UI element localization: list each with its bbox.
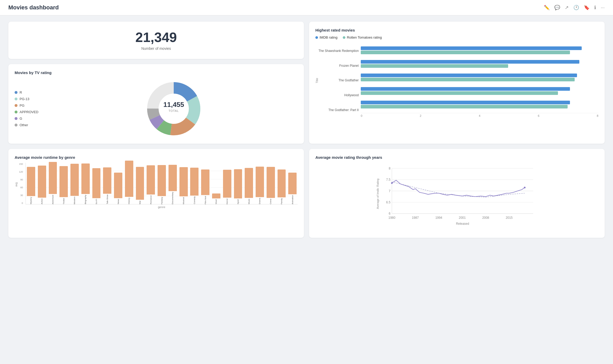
vbar-bar-11 xyxy=(147,165,155,195)
movie-label-0: The Shawshank Redemption xyxy=(318,46,359,56)
vbar-bar-20 xyxy=(245,168,253,198)
legend-dot-imdb xyxy=(315,36,318,39)
y-tick-30: 30 xyxy=(15,194,23,197)
vbar-bar-7 xyxy=(103,167,111,194)
svg-text:8: 8 xyxy=(389,167,390,170)
edit-icon[interactable]: ✏️ xyxy=(544,5,550,10)
vbar-col-23: Family xyxy=(277,169,287,204)
runtime-y-label: avg xyxy=(15,183,18,187)
vbar-bar-23 xyxy=(278,169,286,197)
y-tick-60: 60 xyxy=(15,186,23,189)
hbar-y-axis-label: Title xyxy=(315,44,318,117)
rt-bar-2 xyxy=(361,78,575,81)
imdb-bar-4 xyxy=(361,101,570,104)
vbar-col-1: Action xyxy=(37,166,47,204)
vbar-bar-14 xyxy=(179,167,188,196)
share-icon[interactable]: ↗ xyxy=(565,5,569,10)
vbar-col-20: Music xyxy=(244,168,254,204)
vbar-label-21: Drama xyxy=(259,198,261,204)
vbar-col-7: Talk-Show xyxy=(102,167,112,204)
legend-label-other: Other xyxy=(20,123,28,127)
svg-text:7.5: 7.5 xyxy=(386,178,390,182)
vbar-label-9: History xyxy=(128,198,130,204)
vbar-bar-15 xyxy=(190,168,199,196)
highest-rated-title: Highest rated movies xyxy=(315,28,598,32)
vbar-col-10: War xyxy=(135,167,145,204)
legend-label-approved: APPROVED xyxy=(20,110,38,114)
more-icon[interactable]: ··· xyxy=(601,5,605,10)
vbar-label-16: Film-Noir xyxy=(204,196,207,204)
x-tick-6: 6 xyxy=(538,114,539,117)
hbar-rows xyxy=(361,44,598,111)
bar-chart-legend: IMDB rating Rotten Tomatoes rating xyxy=(315,35,598,39)
legend-rt: Rotten Tomatoes rating xyxy=(343,35,382,39)
svg-text:1994: 1994 xyxy=(435,216,442,220)
tv-rating-title: Movies by TV rating xyxy=(15,70,298,75)
vbar-label-8: News xyxy=(117,199,119,204)
vbar-col-21: Drama xyxy=(255,167,265,204)
legend-item-pg: PG xyxy=(15,104,43,107)
comment-icon[interactable]: 💬 xyxy=(554,5,560,10)
vbar-col-14: Musical xyxy=(178,167,189,204)
vbar-label-4: Western xyxy=(73,197,76,204)
tv-rating-card: Movies by TV rating R PG-13 PG xyxy=(8,64,304,144)
vbar-label-3: Thriller xyxy=(63,198,65,204)
svg-text:2015: 2015 xyxy=(506,216,513,220)
hbar-movie-labels: The Shawshank Redemption Frozen Planet T… xyxy=(318,44,361,117)
vbar-label-18: Horror xyxy=(226,198,228,204)
donut-content: R PG-13 PG APPROVED xyxy=(15,80,298,137)
vbar-bar-24 xyxy=(288,173,297,194)
imdb-bar-2 xyxy=(361,74,577,77)
vbar-label-14: Musical xyxy=(182,197,185,204)
vbar-bar-6 xyxy=(92,168,101,198)
vbar-col-12: Fantasy xyxy=(157,165,167,204)
imdb-bar-1 xyxy=(361,60,579,64)
legend-label-imdb: IMDB rating xyxy=(320,35,338,39)
vbar-bar-9 xyxy=(125,161,133,197)
svg-text:6.5: 6.5 xyxy=(386,201,390,204)
hbar-chart-wrap: Title The Shawshank Redemption Frozen Pl… xyxy=(315,44,598,117)
header-toolbar: ✏️ 💬 ↗ 🕐 🔖 ℹ ··· xyxy=(544,5,605,10)
vbar-label-2: Adventure xyxy=(52,195,54,204)
rt-bar-0 xyxy=(361,51,570,54)
page-title: Movies dashboard xyxy=(8,4,59,11)
legend-item-other: Other xyxy=(15,123,43,127)
legend-imdb: IMDB rating xyxy=(315,35,338,39)
vbar-label-20: Music xyxy=(248,199,250,204)
vbar-bar-8 xyxy=(114,173,122,198)
vbar-label-24: Animation xyxy=(291,195,294,204)
hbar-row-4 xyxy=(361,98,598,111)
vbar-bar-16 xyxy=(201,169,209,195)
vbar-col-19: Sport xyxy=(233,169,243,204)
vbar-col-9: History xyxy=(124,161,134,204)
vbar-bar-19 xyxy=(234,169,242,198)
y-tick-90: 90 xyxy=(15,178,23,181)
clock-icon[interactable]: 🕐 xyxy=(573,5,579,10)
vbar-col-17: Short xyxy=(211,193,221,204)
vbar-label-5: Biography xyxy=(84,195,87,204)
vbar-col-8: News xyxy=(113,173,123,204)
legend-dot-approved xyxy=(15,111,17,113)
svg-text:Released: Released xyxy=(456,222,469,226)
info-icon[interactable]: ℹ xyxy=(594,5,596,10)
movie-label-2: The Godfather xyxy=(318,76,359,85)
svg-text:6: 6 xyxy=(389,212,390,216)
rt-bar-1 xyxy=(361,64,508,68)
rating-trend-card: Average movie rating through years 6 6.5… xyxy=(309,149,605,238)
imdb-bar-0 xyxy=(361,46,582,50)
svg-point-29 xyxy=(391,182,393,184)
movie-label-4: The Godfather: Part II xyxy=(318,105,359,115)
hbar-x-axis: 0 2 4 6 8 xyxy=(361,113,598,117)
vbar-label-1: Action xyxy=(41,198,43,204)
vbar-bar-2 xyxy=(49,162,57,194)
legend-item-g: G xyxy=(15,117,43,120)
vbar-bar-0 xyxy=(27,167,35,196)
kpi-card: 21,349 Number of movies xyxy=(8,22,304,59)
bookmark-icon[interactable]: 🔖 xyxy=(584,5,590,10)
vbar-label-0: Mystery xyxy=(30,197,32,204)
x-tick-8: 8 xyxy=(597,114,598,117)
runtime-x-label: genre xyxy=(26,205,298,209)
x-tick-4: 4 xyxy=(479,114,480,117)
svg-point-30 xyxy=(524,187,526,189)
legend-dot-r xyxy=(15,91,17,94)
